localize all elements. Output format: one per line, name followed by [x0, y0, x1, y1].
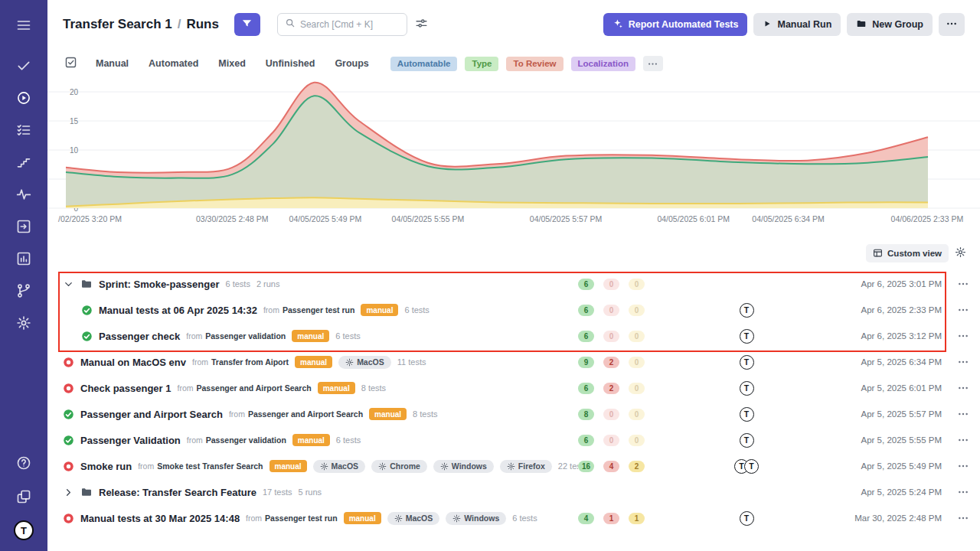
run-title[interactable]: Manual tests at 06 Apr 2025 14:32: [99, 305, 257, 316]
row-main: Passenger checkfromPassenger validationm…: [63, 330, 578, 342]
row-more-button[interactable]: [942, 408, 969, 420]
avatar: T: [740, 511, 754, 526]
run-title[interactable]: Passenger and Airport Search: [80, 409, 223, 420]
failed-count: 0: [603, 409, 619, 420]
group-title[interactable]: Release: Transfer Search Feature: [99, 487, 256, 498]
view-settings-button[interactable]: [955, 246, 966, 260]
run-row[interactable]: Manual tests at 30 Mar 2025 14:48fromPas…: [47, 505, 980, 531]
chevron-right-icon[interactable]: [63, 487, 74, 498]
sidebar-item-activity[interactable]: [8, 179, 39, 210]
assignee-column: T: [670, 303, 823, 318]
run-date: Apr 5, 2025 6:01 PM: [823, 383, 942, 393]
sidebar-item-settings[interactable]: [8, 308, 39, 338]
passed-count: 6: [578, 331, 594, 342]
row-more-button[interactable]: [942, 382, 969, 394]
custom-view-button[interactable]: Custom view: [866, 244, 949, 262]
manual-run-button[interactable]: Manual Run: [753, 13, 841, 36]
source-run-name: Passenger and Airport Search: [197, 383, 312, 393]
row-more-button[interactable]: [942, 512, 969, 524]
passed-count: 6: [578, 383, 594, 394]
search-icon: [285, 18, 296, 31]
run-title[interactable]: Passenger Validation: [80, 435, 181, 446]
row-more-button[interactable]: [942, 330, 969, 342]
folder-icon: [856, 18, 867, 31]
filter-chip-automatable[interactable]: Automatable: [390, 57, 458, 71]
passed-count: 16: [578, 461, 594, 472]
filter-chip-to-review[interactable]: To Review: [506, 57, 563, 71]
run-row[interactable]: Passenger ValidationfromPassenger valida…: [47, 427, 980, 453]
project-name[interactable]: Transfer Search 1: [63, 17, 172, 32]
app-logo[interactable]: T: [14, 520, 34, 540]
breadcrumb: Transfer Search 1 / Runs: [63, 17, 219, 32]
tab-automated[interactable]: Automated: [139, 54, 207, 73]
filter-button[interactable]: [234, 13, 260, 36]
select-runs-button[interactable]: [63, 54, 79, 73]
run-row[interactable]: Smoke runfromSmoke test Transfer Searchm…: [47, 453, 980, 479]
group-row[interactable]: Sprint: Smoke-passenger6 tests2 runs600A…: [47, 271, 980, 297]
header-more-button[interactable]: [939, 13, 965, 36]
run-title[interactable]: Manual tests at 30 Mar 2025 14:48: [80, 513, 240, 524]
search-input[interactable]: [300, 19, 400, 30]
group-row[interactable]: Release: Transfer Search Feature17 tests…: [47, 479, 980, 505]
run-title[interactable]: Passenger check: [99, 331, 180, 342]
play-icon: [763, 19, 772, 31]
assignee-column: T: [670, 407, 823, 422]
failed-count: 1: [603, 513, 619, 524]
filter-chip-type[interactable]: Type: [465, 57, 498, 71]
assignee-column: T: [670, 329, 823, 344]
sidebar-item-analytics[interactable]: [8, 243, 39, 274]
sidebar-item-imports[interactable]: [8, 211, 39, 242]
tab-manual[interactable]: Manual: [87, 54, 138, 73]
tab-mixed[interactable]: Mixed: [209, 54, 254, 73]
sidebar-item-plans[interactable]: [8, 147, 39, 178]
run-row[interactable]: Passenger checkfromPassenger validationm…: [47, 323, 980, 349]
run-title[interactable]: Check passenger 1: [80, 383, 172, 394]
report-automated-tests-button[interactable]: Report Automated Tests: [603, 13, 748, 36]
row-main: Check passenger 1fromPassenger and Airpo…: [63, 382, 578, 394]
row-more-button[interactable]: [942, 278, 969, 290]
run-title[interactable]: Smoke run: [80, 461, 132, 472]
source-run-name: Passenger validation: [205, 331, 286, 341]
row-more-button[interactable]: [942, 486, 969, 498]
run-row[interactable]: Check passenger 1fromPassenger and Airpo…: [47, 375, 980, 401]
filter-chip-localization[interactable]: Localization: [571, 57, 635, 71]
sidebar-item-help[interactable]: [8, 448, 39, 478]
tab-groups[interactable]: Groups: [325, 54, 377, 73]
grid-icon: [873, 248, 883, 259]
env-name: Windows: [464, 514, 499, 523]
run-date: Apr 5, 2025 5:55 PM: [823, 435, 942, 445]
skipped-count: 1: [629, 513, 645, 524]
sidebar-item-branches[interactable]: [8, 276, 39, 306]
runs-chart: 05101520/02/2025 3:20 PM03/30/2025 2:48 …: [47, 78, 980, 231]
search-box[interactable]: [277, 13, 407, 36]
chevron-down-icon[interactable]: [63, 279, 74, 290]
row-more-button[interactable]: [942, 434, 969, 446]
group-title[interactable]: Sprint: Smoke-passenger: [99, 279, 220, 290]
assignee-column: T: [670, 511, 823, 526]
avatar: T: [740, 329, 754, 344]
run-row[interactable]: Manual tests at 06 Apr 2025 14:32fromPas…: [47, 297, 980, 323]
sidebar-item-runs[interactable]: [8, 83, 39, 113]
sidebar-item-suites[interactable]: [8, 115, 39, 145]
passed-icon: [81, 305, 93, 316]
tab-unfinished[interactable]: Unfinished: [256, 54, 325, 73]
run-title[interactable]: Manual on MacOS env: [80, 357, 186, 368]
svg-text:04/05/2025 5:55 PM: 04/05/2025 5:55 PM: [392, 214, 465, 223]
row-more-button[interactable]: [942, 356, 969, 368]
sidebar-item-docs[interactable]: [8, 481, 39, 512]
failed-count: 0: [603, 305, 619, 316]
tune-button[interactable]: [413, 15, 430, 34]
row-more-button[interactable]: [942, 304, 969, 316]
menu-icon[interactable]: [8, 10, 39, 41]
passed-count: 9: [578, 357, 594, 368]
sidebar-item-checks[interactable]: [8, 51, 39, 81]
manual-run-label: Manual Run: [777, 19, 831, 30]
row-more-button[interactable]: [942, 460, 969, 472]
row-main: Manual on MacOS envfromTransfer from Aip…: [63, 356, 578, 369]
chips-more-button[interactable]: [643, 56, 663, 71]
run-row[interactable]: Manual on MacOS envfromTransfer from Aip…: [47, 349, 980, 375]
from-label: from: [138, 461, 154, 471]
run-row[interactable]: Passenger and Airport SearchfromPassenge…: [47, 401, 980, 427]
group-runs-count: 2 runs: [256, 279, 280, 289]
new-group-button[interactable]: New Group: [847, 13, 933, 36]
